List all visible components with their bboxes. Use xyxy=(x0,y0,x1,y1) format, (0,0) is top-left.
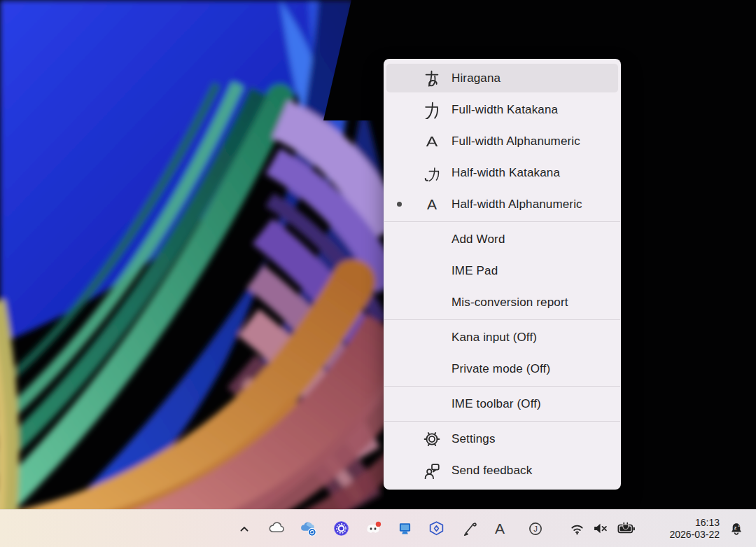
menu-item-label: IME toolbar (Off) xyxy=(451,397,541,411)
menu-separator xyxy=(384,319,620,320)
desktop: { "colors":{ "menu_bg":"#f2eef3","menu_h… xyxy=(0,0,756,547)
menu-item-add-word[interactable]: Add Word xyxy=(384,223,621,255)
menu-item-label: Full-width Alphanumeric xyxy=(451,134,580,148)
menu-item-fullwidth-alphanumeric[interactable]: A Full-width Alphanumeric xyxy=(384,125,621,157)
taskbar-clock[interactable]: 16:13 2026-03-22 xyxy=(669,517,720,541)
menu-item-label: Mis-conversion report xyxy=(451,296,568,310)
menu-item-label: Half-width Katakana xyxy=(451,166,560,180)
menu-item-label: Send feedback xyxy=(451,464,532,478)
desktop-wallpaper xyxy=(0,0,756,547)
do-not-disturb-bell-icon[interactable]: z z xyxy=(727,519,746,539)
katakana-ka-icon xyxy=(414,101,449,119)
menu-separator xyxy=(384,221,620,222)
menu-item-label: Add Word xyxy=(451,233,505,247)
halfwidth-a-icon: A xyxy=(414,197,449,212)
discord-icon[interactable] xyxy=(363,518,384,539)
selected-mode-bullet xyxy=(397,202,402,207)
gear-icon xyxy=(414,430,449,448)
menu-item-halfwidth-katakana[interactable]: Half-width Katakana xyxy=(384,157,621,188)
hiragana-a-icon xyxy=(414,69,449,88)
cloud-sync-icon[interactable] xyxy=(298,518,319,539)
svg-text:z: z xyxy=(734,525,737,531)
menu-item-label: Kana input (Off) xyxy=(451,331,537,345)
ime-context-menu: Hiragana Full-width Katakana A Full-widt… xyxy=(384,59,621,490)
menu-item-fullwidth-katakana[interactable]: Full-width Katakana xyxy=(384,94,621,125)
volume-muted-icon[interactable] xyxy=(589,518,610,539)
menu-item-label: Hiragana xyxy=(451,71,500,85)
menu-item-kana-input[interactable]: Kana input (Off) xyxy=(384,321,621,353)
glow-ring-app-icon[interactable] xyxy=(330,518,351,539)
menu-item-send-feedback[interactable]: Send feedback xyxy=(384,455,621,486)
svg-text:J: J xyxy=(533,525,538,533)
menu-item-hiragana[interactable]: Hiragana xyxy=(384,62,621,94)
menu-item-misconversion-report[interactable]: Mis-conversion report xyxy=(384,286,621,318)
menu-item-private-mode[interactable]: Private mode (Off) xyxy=(384,353,621,385)
ime-language-j-icon[interactable]: J xyxy=(525,518,546,539)
menu-item-label: Settings xyxy=(451,432,496,446)
menu-separator xyxy=(384,386,620,387)
menu-item-label: Half-width Alphanumeric xyxy=(451,198,582,212)
fullwidth-a-icon: A xyxy=(414,134,449,148)
menu-item-label: Full-width Katakana xyxy=(451,103,558,117)
wifi-icon[interactable] xyxy=(566,518,587,539)
discord-notification-badge xyxy=(376,521,381,526)
ime-mode-a-icon[interactable]: A xyxy=(489,518,510,539)
menu-separator xyxy=(384,421,620,422)
feedback-icon xyxy=(414,462,449,480)
clock-time: 16:13 xyxy=(669,517,720,529)
taskbar: A J 16:13 2026-03-22 xyxy=(0,509,756,547)
menu-item-settings[interactable]: Settings xyxy=(384,423,621,455)
menu-item-ime-pad[interactable]: IME Pad xyxy=(384,255,621,286)
clock-date: 2026-03-22 xyxy=(669,529,720,541)
svg-text:z: z xyxy=(738,523,740,527)
remote-desktop-icon[interactable] xyxy=(394,518,415,539)
menu-item-halfwidth-alphanumeric[interactable]: A Half-width Alphanumeric xyxy=(384,188,621,220)
tray-overflow-chevron-up-icon[interactable] xyxy=(234,518,255,539)
menu-item-label: Private mode (Off) xyxy=(451,362,550,376)
onedrive-cloud-icon[interactable] xyxy=(266,518,287,539)
menu-item-label: IME Pad xyxy=(451,264,498,278)
halfwidth-ka-icon xyxy=(414,164,449,182)
battery-charging-icon[interactable] xyxy=(616,518,637,539)
menu-item-ime-toolbar[interactable]: IME toolbar (Off) xyxy=(384,388,621,420)
dev-box-icon[interactable] xyxy=(426,518,447,539)
pen-icon[interactable] xyxy=(458,518,479,539)
